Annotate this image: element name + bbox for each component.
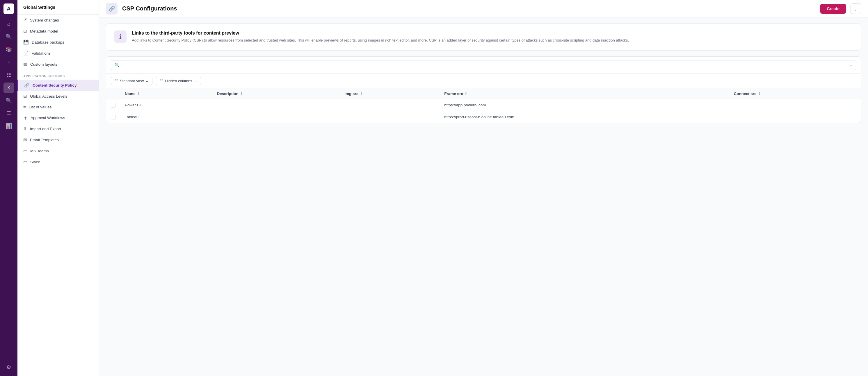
description-sort-icon[interactable]: ⇕	[240, 92, 243, 96]
sidebar-item-ms-teams[interactable]: ▭ MS Teams	[18, 145, 99, 156]
row-checkbox[interactable]	[111, 103, 116, 107]
search-input[interactable]	[122, 63, 847, 67]
import-export-icon: ⇧	[23, 126, 27, 131]
row-description	[212, 111, 340, 123]
col-frame-src: Frame src ⇕	[439, 88, 729, 99]
row-frame-src: https://prod-useast-b.online.tableau.com	[439, 111, 729, 123]
report-icon[interactable]: 📊	[3, 121, 14, 131]
row-connect-src	[729, 111, 861, 123]
row-name: Tableau	[120, 111, 212, 123]
ms-teams-icon: ▭	[23, 148, 27, 153]
row-description	[212, 99, 340, 111]
main-area: 🔗 CSP Configurations Create ⋮ ℹ Links to…	[99, 0, 868, 376]
chevron-down-icon[interactable]: ⌄	[849, 63, 852, 67]
row-img-src	[340, 99, 439, 111]
sidebar-item-label: System changes	[30, 18, 59, 22]
row-checkbox[interactable]	[111, 115, 116, 119]
hidden-columns-button[interactable]: ☷ Hidden columns ⌄	[156, 77, 201, 85]
create-button[interactable]: Create	[820, 4, 846, 14]
sidebar-item-custom-layouts[interactable]: ▦ Custom layouts	[18, 59, 99, 70]
sidebar-item-label: Metadata model	[30, 29, 58, 33]
slack-icon: ▭	[23, 159, 27, 165]
sidebar-item-list-of-values[interactable]: ≡ List of values	[18, 102, 99, 112]
info-banner: ℹ Links to the third-party tools for con…	[106, 23, 861, 50]
list-icon: ≡	[23, 105, 26, 109]
connect-src-sort-icon[interactable]: ⇕	[758, 92, 761, 96]
access-icon: ⊞	[23, 94, 27, 99]
page-title: CSP Configurations	[122, 5, 816, 12]
sidebar-item-approval-workflows[interactable]: ⧭ Approval Workflows	[18, 112, 99, 123]
application-settings-label: Application Settings	[18, 70, 99, 80]
search-input-icon: 🔍	[115, 63, 120, 67]
sidebar: Global Settings ↺ System changes ⊞ Metad…	[18, 0, 99, 376]
metadata-icon: ⊞	[23, 29, 27, 34]
sidebar-item-label: List of values	[29, 105, 52, 109]
icon-rail: A ⌂ 🔍 📚 ◦ ☷ ☓ 🔍 ☰ 📊 ⚙	[0, 0, 18, 376]
email-icon: ✉	[23, 137, 27, 142]
sidebar-item-email-templates[interactable]: ✉ Email Templates	[18, 134, 99, 145]
csp-icon: 🔗	[24, 82, 30, 88]
sidebar-item-system-changes[interactable]: ↺ System changes	[18, 14, 99, 26]
shield-icon[interactable]: ☓	[3, 82, 14, 93]
table-header-row: Name ⇕ Description ⇕ Img	[106, 88, 861, 99]
row-name: Power BI	[120, 99, 212, 111]
col-connect-src: Connect src ⇕	[729, 88, 861, 99]
topbar: 🔗 CSP Configurations Create ⋮	[99, 0, 868, 18]
row-checkbox-cell	[106, 99, 120, 111]
main-content: ℹ Links to the third-party tools for con…	[99, 18, 868, 376]
row-img-src	[340, 111, 439, 123]
table-row: Tableau https://prod-useast-b.online.tab…	[106, 111, 861, 123]
hidden-columns-icon: ☷	[160, 79, 163, 83]
standard-view-icon: ☷	[115, 79, 118, 83]
img-src-sort-icon[interactable]: ⇕	[360, 92, 363, 96]
sidebar-item-label: Custom layouts	[30, 62, 57, 67]
sidebar-item-csp[interactable]: 🔗 Content Security Policy	[18, 80, 99, 91]
topbar-icon: 🔗	[106, 3, 118, 14]
search-rail-icon[interactable]: 🔍	[3, 31, 14, 42]
book-icon[interactable]: 📚	[3, 44, 14, 55]
sidebar-item-label: Approval Workflows	[31, 116, 65, 120]
sidebar-item-label: Database backups	[32, 40, 64, 44]
layouts-icon: ▦	[23, 62, 27, 67]
sidebar-item-label: Slack	[30, 160, 40, 164]
system-changes-icon: ↺	[23, 18, 27, 23]
grid-rail-icon[interactable]: ◦	[3, 57, 14, 67]
more-options-button[interactable]: ⋮	[850, 3, 861, 14]
standard-view-chevron: ⌄	[146, 79, 149, 83]
standard-view-button[interactable]: ☷ Standard view ⌄	[111, 77, 152, 85]
search-box[interactable]: 🔍 ⌄	[111, 60, 856, 70]
sidebar-item-global-access[interactable]: ⊞ Global Access Levels	[18, 91, 99, 102]
sidebar-item-label: Global Access Levels	[30, 94, 67, 99]
sidebar-item-label: Import and Export	[30, 127, 61, 131]
home-icon[interactable]: ⌂	[3, 19, 14, 29]
sidebar-item-validations[interactable]: 📄 Validations	[18, 48, 99, 59]
row-connect-src	[729, 99, 861, 111]
info-banner-description: Add links to Content Security Policy (CS…	[132, 37, 629, 43]
info-icon: ℹ	[114, 31, 127, 43]
sidebar-item-database-backups[interactable]: 💾 Database backups	[18, 37, 99, 48]
standard-view-label: Standard view	[120, 79, 144, 83]
info-banner-title: Links to the third-party tools for conte…	[132, 31, 629, 36]
table-area: 🔍 ⌄ ☷ Standard view ⌄ ☷ Hidden columns ⌄	[106, 56, 861, 123]
col-description: Description ⇕	[212, 88, 340, 99]
settings-rail-icon[interactable]: ⚙	[3, 362, 14, 373]
sidebar-item-slack[interactable]: ▭ Slack	[18, 156, 99, 167]
name-sort-icon[interactable]: ⇕	[137, 92, 140, 96]
app-logo[interactable]: A	[3, 3, 14, 14]
workflows-icon: ⧭	[23, 115, 28, 120]
frame-src-sort-icon[interactable]: ⇕	[465, 92, 467, 96]
database-icon: 💾	[23, 39, 29, 45]
sidebar-item-metadata-model[interactable]: ⊞ Metadata model	[18, 26, 99, 37]
hidden-columns-label: Hidden columns	[165, 79, 192, 83]
sidebar-item-import-export[interactable]: ⇧ Import and Export	[18, 123, 99, 134]
view-controls: ☷ Standard view ⌄ ☷ Hidden columns ⌄	[106, 74, 861, 88]
sidebar-item-label: Validations	[32, 51, 51, 56]
col-name: Name ⇕	[120, 88, 212, 99]
col-img-src: Img src ⇕	[340, 88, 439, 99]
list-rail-icon[interactable]: ☰	[3, 108, 14, 118]
sidebar-item-label: MS Teams	[30, 149, 49, 153]
table-row: Power BI https://app.powerbi.com	[106, 99, 861, 111]
sidebar-title: Global Settings	[18, 0, 99, 14]
analytics-icon[interactable]: ☷	[3, 70, 14, 80]
filter-rail-icon[interactable]: 🔍	[3, 95, 14, 106]
